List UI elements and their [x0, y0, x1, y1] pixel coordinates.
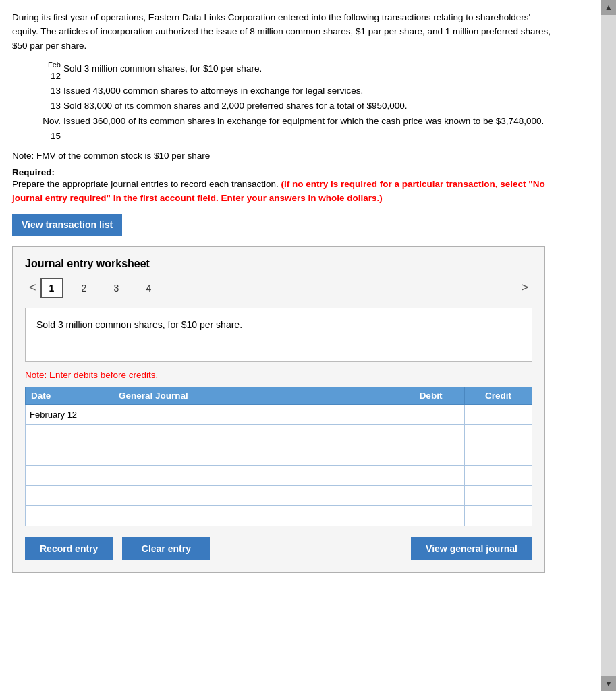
scrollbar-track[interactable]	[601, 15, 616, 676]
transaction-row-1: Feb 12 Sold 3 million common shares, for…	[31, 61, 555, 84]
scroll-down-arrow[interactable]: ▼	[601, 676, 616, 691]
table-row	[26, 465, 532, 485]
journal-input-2[interactable]	[116, 426, 394, 443]
debit-input-3[interactable]	[400, 446, 461, 464]
header-general-journal: General Journal	[113, 387, 397, 404]
table-row	[26, 485, 532, 505]
credit-input-5[interactable]	[468, 487, 529, 504]
row-date-4	[26, 465, 113, 485]
row-journal-1[interactable]	[113, 404, 397, 424]
view-transaction-list-button[interactable]: View transaction list	[12, 214, 122, 236]
row-journal-3[interactable]	[113, 445, 397, 465]
transaction-date-1: Feb 12	[31, 61, 63, 84]
row-debit-3[interactable]	[397, 445, 465, 465]
transaction-row-4: Nov. 15 Issued 360,000 of its common sha…	[31, 114, 555, 144]
row-journal-5[interactable]	[113, 485, 397, 505]
clear-entry-button[interactable]: Clear entry	[122, 537, 210, 560]
button-row: Record entry Clear entry View general jo…	[25, 537, 532, 560]
tab-1[interactable]: 1	[40, 278, 63, 298]
debit-input-4[interactable]	[400, 466, 461, 484]
row-debit-1[interactable]	[397, 404, 465, 424]
row-date-5	[26, 485, 113, 505]
tab-4[interactable]: 4	[138, 278, 161, 298]
table-row	[26, 505, 532, 526]
row-date-6	[26, 505, 113, 526]
transaction-desc-1: Sold 3 million common shares, for $10 pe…	[63, 61, 555, 84]
transaction-desc-3: Sold 83,000 of its common shares and 2,0…	[63, 99, 555, 113]
row-debit-6[interactable]	[397, 505, 465, 526]
row-credit-6[interactable]	[465, 505, 532, 526]
row-journal-2[interactable]	[113, 424, 397, 445]
table-row: February 12	[26, 404, 532, 424]
header-date: Date	[26, 387, 113, 404]
credit-input-4[interactable]	[468, 466, 529, 484]
row-debit-4[interactable]	[397, 465, 465, 485]
transaction-row-2: 13 Issued 43,000 common shares to attorn…	[31, 84, 555, 99]
row-date-2	[26, 424, 113, 445]
journal-input-6[interactable]	[116, 507, 394, 524]
view-general-journal-button[interactable]: View general journal	[411, 537, 532, 560]
journal-table: Date General Journal Debit Credit Februa…	[25, 387, 532, 526]
transaction-description-box: Sold 3 million common shares, for $10 pe…	[25, 308, 532, 362]
row-date-3	[26, 445, 113, 465]
table-header-row: Date General Journal Debit Credit	[26, 387, 532, 404]
journal-input-5[interactable]	[116, 487, 394, 504]
header-credit: Credit	[465, 387, 532, 404]
row-debit-5[interactable]	[397, 485, 465, 505]
note-debits: Note: Enter debits before credits.	[25, 370, 532, 380]
row-credit-4[interactable]	[465, 465, 532, 485]
debit-input-1[interactable]	[400, 406, 461, 423]
debit-input-5[interactable]	[400, 487, 461, 504]
debit-input-2[interactable]	[400, 426, 461, 443]
journal-input-4[interactable]	[116, 466, 394, 484]
journal-input-1[interactable]	[116, 406, 394, 423]
transaction-desc-2: Issued 43,000 common shares to attorneys…	[63, 84, 555, 99]
row-credit-5[interactable]	[465, 485, 532, 505]
scrollbar: ▲ ▼	[601, 0, 616, 691]
tab-navigation: < 1 2 3 4 >	[25, 278, 532, 298]
worksheet-title: Journal entry worksheet	[25, 258, 532, 270]
table-row	[26, 424, 532, 445]
tab-2[interactable]: 2	[73, 278, 96, 298]
transaction-date-2: 13	[31, 84, 63, 99]
row-credit-2[interactable]	[465, 424, 532, 445]
credit-input-1[interactable]	[468, 406, 529, 423]
record-entry-button[interactable]: Record entry	[25, 537, 113, 560]
row-credit-1[interactable]	[465, 404, 532, 424]
credit-input-3[interactable]	[468, 446, 529, 464]
tab-3[interactable]: 3	[105, 278, 128, 298]
transaction-row-3: 13 Sold 83,000 of its common shares and …	[31, 99, 555, 113]
row-journal-4[interactable]	[113, 465, 397, 485]
tab-next-arrow[interactable]: >	[517, 279, 532, 296]
required-body: Prepare the appropriate journal entries …	[12, 177, 555, 206]
tab-prev-arrow[interactable]: <	[25, 279, 40, 296]
journal-input-3[interactable]	[116, 446, 394, 464]
row-date-1: February 12	[26, 404, 113, 424]
transaction-date-4: Nov. 15	[31, 114, 63, 144]
credit-input-2[interactable]	[468, 426, 529, 443]
debit-input-6[interactable]	[400, 507, 461, 524]
transaction-desc-4: Issued 360,000 of its common shares in e…	[63, 114, 555, 144]
header-debit: Debit	[397, 387, 465, 404]
row-journal-6[interactable]	[113, 505, 397, 526]
row-debit-2[interactable]	[397, 424, 465, 445]
scroll-up-arrow[interactable]: ▲	[601, 0, 616, 15]
credit-input-6[interactable]	[468, 507, 529, 524]
transaction-date-3: 13	[31, 99, 63, 113]
intro-paragraph: During its first year of operations, Eas…	[12, 11, 555, 53]
required-section: Required: Prepare the appropriate journa…	[12, 167, 555, 206]
required-title: Required:	[12, 167, 555, 177]
worksheet-container: Journal entry worksheet < 1 2 3 4 > Sold…	[12, 246, 545, 573]
required-body-normal: Prepare the appropriate journal entries …	[12, 179, 279, 189]
table-row	[26, 445, 532, 465]
row-credit-3[interactable]	[465, 445, 532, 465]
transactions-list: Feb 12 Sold 3 million common shares, for…	[31, 61, 555, 144]
note-fmv: Note: FMV of the common stock is $10 per…	[12, 150, 555, 161]
